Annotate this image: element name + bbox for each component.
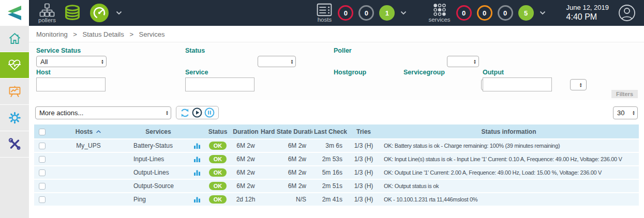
breadcrumb-monitoring[interactable]: Monitoring	[36, 30, 68, 38]
pause-icon	[204, 107, 215, 118]
sidebar-item-monitoring[interactable]	[0, 52, 29, 79]
output-input[interactable]	[483, 77, 552, 91]
centreon-logo[interactable]	[0, 0, 29, 26]
breadcrumb-services[interactable]: Services	[139, 30, 165, 38]
column-header-services[interactable]: Services	[127, 124, 189, 139]
column-header-status-information[interactable]: Status information	[379, 124, 639, 139]
database-status-icon[interactable]	[63, 3, 82, 23]
table-row: Output-Source OK 6M 2w 6M 2w 2m 51s 1/3 …	[34, 179, 639, 193]
service-name[interactable]: Output-Lines	[127, 166, 189, 179]
services-critical-counter[interactable]: 0	[456, 5, 472, 21]
current-time: 4:40 PM	[566, 12, 609, 22]
table-row: Ping OK 2d 12h N/S 2m 41s 1/3 (H) OK - 1…	[34, 193, 639, 206]
breadcrumb-separator: >	[129, 30, 133, 38]
refresh-button[interactable]	[180, 108, 190, 118]
sidebar-item-configuration[interactable]	[0, 105, 29, 131]
select-all-checkbox[interactable]	[39, 129, 46, 135]
column-header-status[interactable]: Status	[205, 124, 231, 139]
latency-gauge-icon[interactable]	[89, 3, 109, 23]
clock: June 12, 2019 4:40 PM	[566, 4, 609, 22]
servicegroup-label: Servicegroup	[403, 69, 445, 76]
hard-state-duration-value: 6M 2w	[261, 166, 312, 179]
column-header-tries[interactable]: Tries	[349, 124, 379, 139]
row-checkbox[interactable]	[39, 169, 46, 176]
row-checkbox[interactable]	[39, 196, 46, 203]
hosts-unreachable-counter[interactable]: 0	[358, 5, 374, 21]
service-status-select-wrap: All ▲▼	[36, 56, 107, 67]
service-name[interactable]: Battery-Status	[127, 139, 189, 152]
services-ok-counter[interactable]: 5	[518, 5, 534, 21]
hard-state-duration-value: 6M 2w	[261, 179, 312, 193]
service-status-select[interactable]: All	[36, 56, 107, 67]
page-size-select-wrap: 30 ▲▼	[613, 106, 638, 119]
row-checkbox[interactable]	[39, 143, 46, 149]
services-label: services	[428, 17, 450, 23]
user-profile-button[interactable]	[618, 4, 636, 22]
hard-state-duration-value: N/S	[261, 193, 312, 206]
status-select[interactable]	[258, 56, 296, 67]
heart-pulse-icon	[7, 59, 22, 71]
sidebar-item-reporting[interactable]	[0, 79, 29, 105]
poller-select[interactable]	[447, 56, 479, 67]
last-check-value: 5m 16s	[312, 166, 349, 179]
services-chevron-down-icon[interactable]	[540, 11, 546, 15]
bar-chart-icon	[193, 155, 201, 163]
host-name	[50, 179, 127, 193]
hosts-icon	[317, 3, 332, 17]
pollers-icon	[39, 3, 55, 17]
page-size-select[interactable]: 30	[613, 106, 638, 119]
hostgroup-label: Hostgroup	[334, 69, 366, 76]
play-icon	[192, 107, 202, 118]
service-graph-button[interactable]	[189, 166, 205, 179]
sidebar-item-administration[interactable]	[0, 131, 29, 158]
row-checkbox[interactable]	[39, 156, 46, 163]
service-name[interactable]: Output-Source	[127, 179, 189, 193]
sort-asc-icon	[96, 130, 101, 134]
table-header-row: Hosts Services Status Duration Hard Stat…	[34, 124, 639, 139]
status-select-wrap: ▲▼	[258, 56, 296, 67]
service-graph-button[interactable]	[189, 152, 205, 166]
filter-panel: Service Status All ▲▼ Status ▲▼ Poller ▲…	[29, 42, 644, 100]
status-badge: OK	[209, 195, 227, 204]
table-row: Output-Lines OK 6M 2w 6M 2w 5m 16s 1/3 (…	[34, 166, 639, 179]
service-input[interactable]	[185, 77, 254, 91]
row-checkbox[interactable]	[39, 183, 46, 190]
service-graph-button[interactable]	[189, 139, 205, 152]
hosts-menu[interactable]: hosts	[317, 3, 332, 23]
column-header-last-check[interactable]: Last Check	[312, 124, 349, 139]
play-button[interactable]	[192, 107, 202, 118]
tries-value: 1/3 (H)	[349, 152, 379, 166]
bar-chart-icon	[193, 142, 201, 149]
service-graph-button[interactable]	[189, 193, 205, 206]
filters-tag[interactable]: Filters	[611, 90, 638, 98]
hosts-chevron-down-icon[interactable]	[400, 11, 407, 15]
host-input[interactable]	[36, 77, 106, 91]
sidebar-item-home[interactable]	[0, 26, 29, 52]
column-header-hard-state-duration[interactable]: Hard State Duration	[261, 124, 312, 139]
services-status-group: services 0 0 0 5	[425, 3, 548, 23]
hosts-down-counter[interactable]: 0	[338, 5, 353, 21]
table-row: Input-Lines OK 6M 2w 6M 2w 2m 53s 1/3 (H…	[34, 152, 639, 166]
services-icon	[432, 3, 447, 17]
tools-icon	[8, 137, 22, 151]
service-name[interactable]: Ping	[127, 193, 189, 206]
hosts-up-counter[interactable]: 1	[379, 5, 395, 21]
tries-value: 1/3 (H)	[349, 166, 379, 179]
column-header-hosts[interactable]: Hosts	[76, 128, 101, 135]
centreon-logo-icon	[6, 5, 23, 21]
services-unknown-counter[interactable]: 0	[498, 5, 513, 21]
host-name[interactable]: My_UPS	[50, 139, 127, 152]
column-header-duration[interactable]: Duration	[231, 124, 261, 139]
service-name[interactable]: Input-Lines	[127, 152, 189, 166]
top-bar: pollers	[0, 0, 644, 26]
breadcrumb-status-details[interactable]: Status Details	[83, 30, 124, 38]
pollers-chevron-down-icon[interactable]	[116, 11, 122, 15]
poller-select-wrap: ▲▼	[447, 56, 479, 67]
refresh-icon	[180, 108, 190, 118]
services-warning-counter[interactable]: 0	[477, 5, 492, 21]
services-menu[interactable]: services	[428, 3, 450, 23]
pause-button[interactable]	[204, 107, 215, 118]
servicegroup-select[interactable]	[570, 79, 587, 90]
pollers-menu[interactable]: pollers	[38, 3, 56, 23]
more-actions-select[interactable]: More actions...	[35, 106, 171, 119]
